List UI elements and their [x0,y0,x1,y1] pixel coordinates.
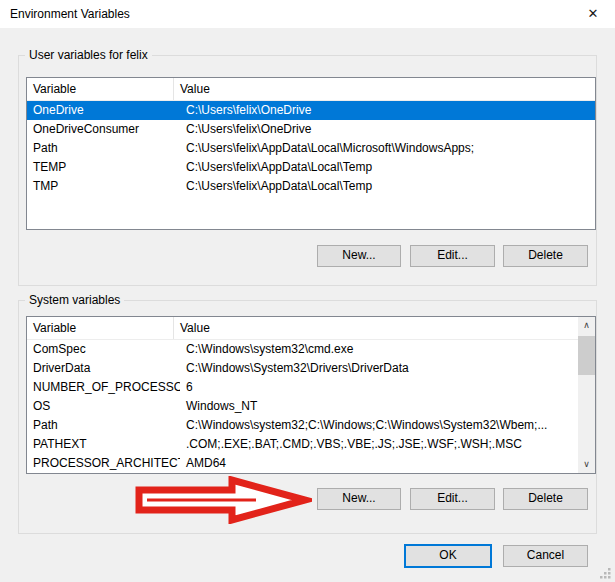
user-variables-table[interactable]: Variable Value OneDrive C:\Users\felix\O… [26,77,596,230]
variable-cell: TMP [27,177,180,196]
system-delete-button[interactable]: Delete [503,488,588,510]
system-variables-label: System variables [25,293,124,308]
vertical-scrollbar[interactable]: ∧ ∨ [578,317,595,473]
environment-variables-dialog: Environment Variables ✕ User variables f… [0,0,615,582]
table-row[interactable]: ComSpec C:\Windows\system32\cmd.exe [27,340,578,359]
value-cell: Windows_NT [180,397,578,416]
value-cell: AMD64 [180,454,578,473]
user-variables-label: User variables for felix [25,48,152,63]
variable-cell: TEMP [27,158,180,177]
table-row[interactable]: NUMBER_OF_PROCESSORS 6 [27,378,578,397]
variable-cell: OneDrive [27,101,180,120]
table-row[interactable]: DriverData C:\Windows\System32\Drivers\D… [27,359,578,378]
variable-cell: ComSpec [27,340,180,359]
ok-button[interactable]: OK [404,544,492,568]
value-cell: C:\Users\felix\AppData\Local\Temp [180,177,595,196]
value-cell: C:\Users\felix\AppData\Local\Temp [180,158,595,177]
value-cell: C:\Users\felix\OneDrive [180,101,595,120]
resize-grip-icon[interactable] [598,566,612,580]
variable-cell: Path [27,416,180,435]
table-row[interactable]: OS Windows_NT [27,397,578,416]
value-cell: .COM;.EXE;.BAT;.CMD;.VBS;.VBE;.JS;.JSE;.… [180,435,578,454]
column-header-value[interactable]: Value [174,317,578,339]
user-edit-button[interactable]: Edit... [410,245,495,267]
table-row[interactable]: PROCESSOR_ARCHITECTURE AMD64 [27,454,578,473]
table-header: Variable Value [27,317,578,340]
table-row[interactable]: Path C:\Users\felix\AppData\Local\Micros… [27,139,595,158]
system-edit-button[interactable]: Edit... [410,488,495,510]
value-cell: 6 [180,378,578,397]
value-cell: C:\Windows\System32\Drivers\DriverData [180,359,578,378]
value-cell: C:\Windows\system32\cmd.exe [180,340,578,359]
column-header-variable[interactable]: Variable [27,78,174,100]
value-cell: C:\Users\felix\OneDrive [180,120,595,139]
system-variables-table[interactable]: Variable Value ComSpec C:\Windows\system… [26,316,596,474]
table-header: Variable Value [27,78,595,101]
dialog-title: Environment Variables [10,7,130,21]
scroll-down-icon[interactable]: ∨ [578,456,595,473]
table-row[interactable]: PATHEXT .COM;.EXE;.BAT;.CMD;.VBS;.VBE;.J… [27,435,578,454]
user-delete-button[interactable]: Delete [503,245,588,267]
variable-cell: OS [27,397,180,416]
value-cell: C:\Users\felix\AppData\Local\Microsoft\W… [180,139,595,158]
variable-cell: NUMBER_OF_PROCESSORS [27,378,180,397]
system-new-button[interactable]: New... [317,488,401,510]
close-icon[interactable]: ✕ [580,4,606,24]
column-header-value[interactable]: Value [174,78,595,100]
table-row[interactable]: OneDriveConsumer C:\Users\felix\OneDrive [27,120,595,139]
table-row[interactable]: OneDrive C:\Users\felix\OneDrive [27,101,595,120]
titlebar: Environment Variables ✕ [0,0,615,28]
table-row[interactable]: TMP C:\Users\felix\AppData\Local\Temp [27,177,595,196]
table-row[interactable]: Path C:\Windows\system32;C:\Windows;C:\W… [27,416,578,435]
variable-cell: PROCESSOR_ARCHITECTURE [27,454,180,473]
variable-cell: DriverData [27,359,180,378]
variable-cell: Path [27,139,180,158]
variable-cell: OneDriveConsumer [27,120,180,139]
user-new-button[interactable]: New... [317,245,401,267]
table-row[interactable]: TEMP C:\Users\felix\AppData\Local\Temp [27,158,595,177]
variable-cell: PATHEXT [27,435,180,454]
scrollbar-thumb[interactable] [578,336,595,375]
column-header-variable[interactable]: Variable [27,317,174,339]
red-arrow-annotation-icon [134,476,312,524]
cancel-button[interactable]: Cancel [503,545,588,567]
scroll-up-icon[interactable]: ∧ [578,317,595,334]
value-cell: C:\Windows\system32;C:\Windows;C:\Window… [180,416,578,435]
